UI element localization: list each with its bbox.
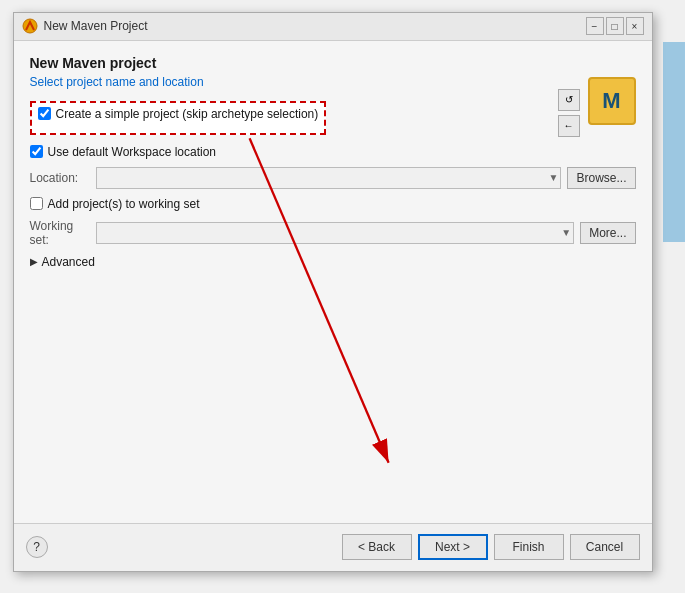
advanced-row[interactable]: ▶ Advanced (30, 255, 636, 269)
simple-project-highlight-box: Create a simple project (skip archetype … (30, 101, 327, 135)
page-title: New Maven project (30, 55, 636, 71)
browse-button[interactable]: Browse... (567, 167, 635, 189)
new-maven-project-dialog: New Maven Project − □ × M ↺ ← New Maven … (13, 12, 653, 572)
workspace-label[interactable]: Use default Workspace location (48, 145, 217, 159)
footer-left: ? (26, 536, 48, 558)
working-set-input[interactable]: ▼ (96, 222, 575, 244)
workspace-row: Use default Workspace location (30, 145, 636, 159)
dialog-icon (22, 18, 38, 34)
simple-project-label[interactable]: Create a simple project (skip archetype … (56, 107, 319, 121)
working-set-field-label: Working set: (30, 219, 90, 247)
footer-right: < Back Next > Finish Cancel (342, 534, 640, 560)
dialog-content: M ↺ ← New Maven project Select project n… (14, 41, 652, 523)
arrow-icon[interactable]: ← (558, 115, 580, 137)
more-button[interactable]: More... (580, 222, 635, 244)
location-input[interactable]: ▼ (96, 167, 562, 189)
titlebar: New Maven Project − □ × (14, 13, 652, 41)
back-button[interactable]: < Back (342, 534, 412, 560)
refresh-icon[interactable]: ↺ (558, 89, 580, 111)
working-set-label[interactable]: Add project(s) to working set (48, 197, 200, 211)
working-set-field-row: Working set: ▼ More... (30, 219, 636, 247)
minimize-button[interactable]: − (586, 17, 604, 35)
cancel-button[interactable]: Cancel (570, 534, 640, 560)
location-row: Location: ▼ Browse... (30, 167, 636, 189)
working-set-checkbox[interactable] (30, 197, 43, 210)
dialog-title: New Maven Project (44, 19, 586, 33)
location-dropdown-arrow: ▼ (549, 172, 559, 183)
simple-project-checkbox[interactable] (38, 107, 51, 120)
dialog-wrapper: New Maven Project − □ × M ↺ ← New Maven … (13, 12, 673, 582)
maximize-button[interactable]: □ (606, 17, 624, 35)
refresh-icon-area: ↺ ← (558, 89, 580, 137)
working-set-row: Add project(s) to working set (30, 197, 636, 211)
next-button[interactable]: Next > (418, 534, 488, 560)
page-subtitle: Select project name and location (30, 75, 636, 89)
dialog-footer: ? < Back Next > Finish Cancel (14, 523, 652, 571)
workspace-checkbox[interactable] (30, 145, 43, 158)
help-button[interactable]: ? (26, 536, 48, 558)
side-decoration (663, 42, 686, 242)
close-button[interactable]: × (626, 17, 644, 35)
location-label: Location: (30, 171, 90, 185)
working-set-dropdown-arrow: ▼ (561, 227, 571, 238)
finish-button[interactable]: Finish (494, 534, 564, 560)
advanced-triangle-icon: ▶ (30, 256, 38, 267)
simple-project-row: Create a simple project (skip archetype … (38, 107, 319, 121)
maven-icon: M (588, 77, 636, 125)
advanced-label: Advanced (42, 255, 95, 269)
titlebar-buttons: − □ × (586, 17, 644, 35)
